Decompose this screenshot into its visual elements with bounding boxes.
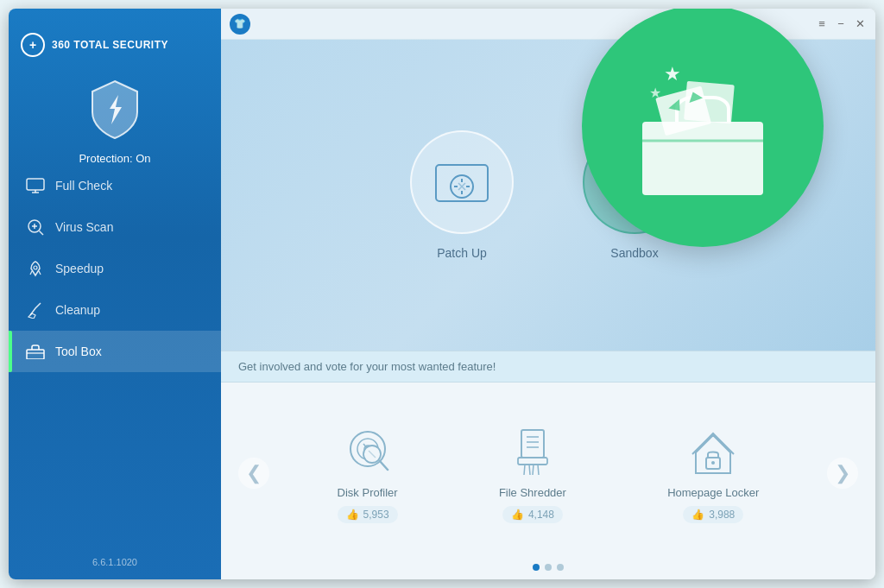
sidebar-item-speedup[interactable]: Speedup bbox=[9, 248, 221, 289]
logo-area: + 360 TOTAL SECURITY bbox=[9, 26, 221, 64]
svg-line-32 bbox=[529, 465, 530, 475]
svg-line-34 bbox=[538, 465, 539, 475]
svg-line-24 bbox=[380, 461, 388, 470]
feature-area: Patch Up ★ ★ Sandbox bbox=[221, 40, 875, 351]
sidebar-item-full-check[interactable]: Full Check bbox=[9, 165, 221, 206]
rocket-icon bbox=[26, 259, 45, 278]
svg-point-36 bbox=[711, 461, 715, 465]
protection-status: Protection: On bbox=[79, 152, 150, 165]
svg-point-7 bbox=[34, 266, 37, 269]
dot-1 bbox=[533, 564, 540, 571]
feature-patch-up[interactable]: Patch Up bbox=[410, 130, 514, 260]
svg-rect-15 bbox=[642, 122, 763, 195]
active-indicator bbox=[9, 331, 12, 372]
prev-button[interactable]: ❮ bbox=[238, 458, 269, 489]
search-circle-icon bbox=[26, 218, 45, 237]
tool-homepage-locker[interactable]: Homepage Locker 👍 3,988 bbox=[667, 424, 759, 523]
sidebar: + 360 TOTAL SECURITY Protection: On bbox=[9, 9, 221, 579]
vote-banner: Get involved and vote for your most want… bbox=[221, 351, 875, 383]
tools-list: Disk Profiler 👍 5,953 bbox=[269, 424, 827, 523]
toolbox-hero-svg: ★ ★ bbox=[616, 44, 789, 208]
sidebar-item-tool-box[interactable]: Tool Box bbox=[9, 331, 221, 372]
minimize-button[interactable]: − bbox=[834, 17, 848, 31]
svg-text:★: ★ bbox=[649, 85, 661, 100]
sidebar-item-cleanup[interactable]: Cleanup bbox=[9, 289, 221, 331]
close-button[interactable]: ✕ bbox=[853, 17, 867, 31]
vote-banner-text: Get involved and vote for your most want… bbox=[238, 360, 496, 373]
file-shredder-label: File Shredder bbox=[499, 486, 566, 499]
app-window: + 360 TOTAL SECURITY Protection: On bbox=[9, 9, 875, 579]
shield-icon bbox=[89, 79, 141, 140]
tool-box-label: Tool Box bbox=[55, 345, 102, 358]
svg-text:★: ★ bbox=[664, 63, 681, 85]
main-content: 👕 ≡ − ✕ Patch Up bbox=[221, 9, 875, 579]
tools-area: ❮ bbox=[221, 383, 875, 564]
virus-scan-label: Virus Scan bbox=[55, 220, 113, 234]
dots-indicator bbox=[221, 564, 875, 579]
patch-up-label: Patch Up bbox=[437, 246, 487, 260]
svg-rect-8 bbox=[27, 350, 44, 359]
broom-icon bbox=[26, 300, 45, 319]
sidebar-item-virus-scan[interactable]: Virus Scan bbox=[9, 206, 221, 248]
patch-up-circle bbox=[410, 130, 514, 234]
menu-icon[interactable]: ≡ bbox=[815, 17, 829, 31]
next-button[interactable]: ❯ bbox=[827, 458, 858, 489]
homepage-locker-vote-count: 3,988 bbox=[709, 509, 735, 521]
disk-profiler-icon bbox=[340, 424, 395, 479]
thumbs-up-icon-2: 👍 bbox=[511, 509, 524, 521]
disk-profiler-label: Disk Profiler bbox=[338, 486, 398, 499]
disk-profiler-vote-count: 5,953 bbox=[363, 509, 389, 521]
nav-items: Full Check Virus Scan bbox=[9, 165, 221, 545]
svg-rect-0 bbox=[27, 179, 44, 190]
toolbox-icon bbox=[26, 342, 45, 361]
thumbs-up-icon: 👍 bbox=[346, 509, 359, 521]
speedup-label: Speedup bbox=[55, 262, 104, 275]
full-check-label: Full Check bbox=[55, 179, 112, 193]
svg-rect-10 bbox=[436, 165, 488, 201]
version-label: 6.6.1.1020 bbox=[80, 545, 149, 579]
monitor-icon bbox=[26, 176, 45, 195]
logo-symbol: + bbox=[29, 38, 36, 52]
tool-disk-profiler[interactable]: Disk Profiler 👍 5,953 bbox=[338, 424, 398, 523]
svg-rect-18 bbox=[684, 81, 735, 124]
homepage-locker-icon bbox=[685, 424, 741, 479]
dot-3 bbox=[557, 564, 564, 571]
app-title: 360 TOTAL SECURITY bbox=[52, 39, 168, 51]
cleanup-label: Cleanup bbox=[55, 303, 100, 317]
disk-profiler-votes: 👍 5,953 bbox=[338, 506, 398, 523]
svg-line-4 bbox=[40, 231, 44, 236]
homepage-locker-label: Homepage Locker bbox=[667, 486, 759, 499]
toolbox-hero-circle: ★ ★ bbox=[582, 9, 824, 247]
svg-line-33 bbox=[533, 465, 534, 475]
shirt-icon: 👕 bbox=[230, 14, 250, 35]
homepage-locker-votes: 👍 3,988 bbox=[683, 506, 743, 523]
logo-circle: + bbox=[21, 33, 45, 57]
svg-rect-26 bbox=[521, 430, 544, 458]
file-shredder-votes: 👍 4,148 bbox=[502, 506, 563, 523]
tool-file-shredder[interactable]: File Shredder 👍 4,148 bbox=[499, 424, 566, 523]
file-shredder-icon bbox=[505, 424, 560, 479]
shield-icon-area bbox=[89, 79, 141, 143]
dot-2 bbox=[545, 564, 552, 571]
thumbs-up-icon-3: 👍 bbox=[691, 509, 704, 521]
file-shredder-vote-count: 4,148 bbox=[528, 509, 554, 521]
bottom-section: Get involved and vote for your most want… bbox=[221, 351, 875, 579]
sandbox-label: Sandbox bbox=[610, 246, 658, 260]
svg-rect-30 bbox=[518, 458, 547, 465]
svg-line-31 bbox=[524, 465, 525, 475]
